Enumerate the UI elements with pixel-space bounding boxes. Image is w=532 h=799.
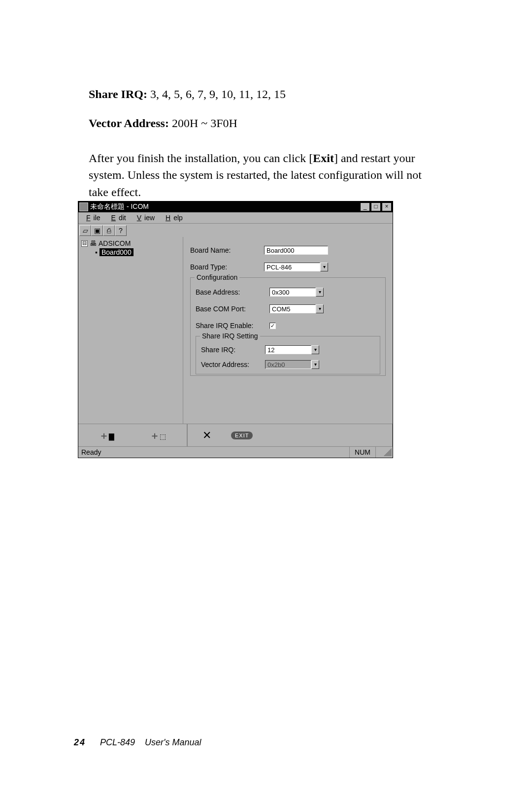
plus-icon: ＋ (99, 430, 109, 441)
title-bar: 未命名標題 - ICOM _ □ × (78, 201, 393, 212)
instruction-paragraph: After you finish the installation, you c… (89, 150, 443, 201)
document-page: Share IRQ: 3, 4, 5, 6, 7, 9, 10, 11, 12,… (0, 0, 532, 799)
share-irq-setting-group: Share IRQ Setting Share IRQ: 12 ▾ Vector… (196, 336, 380, 374)
vector-address-row: Vector Address: 0x2b0 ▾ (201, 358, 375, 371)
plus-icon: ＋ (150, 430, 160, 441)
window-title: 未命名標題 - ICOM (90, 202, 359, 211)
page-number: 24 (74, 737, 86, 747)
menu-help[interactable]: Help (160, 214, 186, 222)
base-com-label: Base COM Port: (196, 305, 269, 313)
chevron-down-icon[interactable]: ▾ (320, 263, 328, 271)
minimize-button[interactable]: _ (360, 202, 370, 211)
para-pre: After you finish the installation, you c… (89, 152, 313, 165)
base-address-row: Base Address: 0x300 ▾ (196, 285, 380, 300)
tree-child-label: Board000 (100, 248, 133, 256)
share-irq-enable-row: Share IRQ Enable: ✓ (196, 318, 380, 333)
board-type-combo[interactable]: PCL-846 ▾ (264, 263, 328, 271)
chevron-down-icon[interactable]: ▾ (311, 345, 319, 354)
bottom-left-cell: ＋▇ ＋⬚ (78, 424, 188, 447)
vector-values: 200H ~ 3F0H (172, 117, 237, 130)
base-com-row: Base COM Port: COM5 ▾ (196, 301, 380, 316)
board-type-row: Board Type: PCL-846 ▾ (190, 260, 386, 274)
vector-address-field-label: Vector Address: (201, 361, 265, 368)
menu-file[interactable]: File (80, 214, 103, 222)
share-irq-combo[interactable]: 12 ▾ (265, 345, 319, 354)
share-irq-label: Share IRQ: (89, 88, 150, 100)
status-num: NUM (349, 447, 375, 458)
add-board-button[interactable]: ＋▇ (99, 429, 114, 442)
board-type-label: Board Type: (190, 263, 264, 271)
add-port-button[interactable]: ＋⬚ (150, 429, 166, 442)
configuration-legend: Configuration (195, 273, 239, 281)
share-irq-enable-checkbox[interactable]: ✓ (269, 323, 276, 329)
body-text-block: Share IRQ: 3, 4, 5, 6, 7, 9, 10, 11, 12,… (89, 74, 443, 213)
page-footer: 24 PCL-849 User's Manual (74, 737, 201, 748)
share-irq-values: 3, 4, 5, 6, 7, 9, 10, 11, 12, 15 (150, 88, 286, 100)
toolbar: ▱ ▣ ⎙ ? (78, 224, 393, 238)
menu-bar: File Edit View Help (78, 212, 393, 224)
bottom-toolbar: ＋▇ ＋⬚ ✕ EXIT (78, 424, 393, 447)
board-name-input[interactable]: Board000 (264, 246, 328, 255)
footer-title: User's Manual (145, 737, 201, 747)
bottom-right-cell: ✕ EXIT (188, 424, 393, 447)
resize-grip-icon[interactable] (384, 448, 392, 456)
board-icon: ▪ (95, 248, 98, 256)
main-area: ⊟ 🖶 ADSICOM ▪ Board000 Board Name: Board… (78, 237, 393, 424)
menu-view[interactable]: View (131, 214, 158, 222)
close-button[interactable]: × (382, 202, 392, 211)
chevron-down-icon[interactable]: ▾ (316, 304, 324, 313)
chevron-down-icon[interactable]: ▾ (311, 360, 319, 369)
tree-root-row[interactable]: ⊟ 🖶 ADSICOM (81, 239, 180, 248)
base-com-combo[interactable]: COM5 ▾ (269, 304, 324, 313)
share-irq-enable-label: Share IRQ Enable: (196, 322, 269, 330)
share-irq-row: Share IRQ: 12 ▾ (201, 343, 375, 356)
board-name-label: Board Name: (190, 246, 264, 254)
share-irq-line: Share IRQ: 3, 4, 5, 6, 7, 9, 10, 11, 12,… (89, 86, 443, 103)
app-window: 未命名標題 - ICOM _ □ × File Edit View Help ▱… (78, 201, 393, 458)
delete-button[interactable]: ✕ (202, 429, 211, 442)
vector-line: Vector Address: 200H ~ 3F0H (89, 115, 443, 132)
chevron-down-icon[interactable]: ▾ (316, 288, 324, 297)
vector-label: Vector Address: (89, 117, 172, 130)
vector-address-combo[interactable]: 0x2b0 ▾ (265, 360, 319, 369)
tree-pane: ⊟ 🖶 ADSICOM ▪ Board000 (78, 237, 183, 424)
status-bar: Ready NUM (78, 446, 393, 458)
footer-model: PCL-849 (100, 737, 135, 747)
device-icon: 🖶 (90, 239, 97, 247)
tree-child-row[interactable]: ▪ Board000 (81, 248, 180, 257)
base-address-label: Base Address: (196, 288, 269, 296)
tree-root-label: ADSICOM (99, 239, 131, 247)
maximize-button[interactable]: □ (371, 202, 381, 211)
base-address-combo[interactable]: 0x300 ▾ (269, 288, 324, 297)
new-file-icon[interactable]: ▱ (79, 225, 91, 236)
save-icon[interactable]: ▣ (91, 225, 103, 236)
para-bold: Exit (313, 152, 334, 165)
menu-edit[interactable]: Edit (105, 214, 129, 222)
tree-expander-icon[interactable]: ⊟ (81, 240, 88, 247)
exit-button[interactable]: EXIT (231, 432, 253, 439)
print-icon[interactable]: ⎙ (103, 225, 115, 236)
help-icon[interactable]: ? (115, 225, 127, 236)
form-pane: Board Name: Board000 Board Type: PCL-846… (183, 237, 393, 424)
share-irq-field-label: Share IRQ: (201, 346, 265, 354)
share-irq-setting-legend: Share IRQ Setting (200, 332, 260, 340)
status-empty (375, 447, 382, 458)
board-name-row: Board Name: Board000 (190, 243, 386, 258)
app-icon (79, 202, 88, 211)
configuration-group: Configuration Base Address: 0x300 ▾ Base… (190, 277, 386, 376)
status-ready: Ready (78, 448, 349, 456)
